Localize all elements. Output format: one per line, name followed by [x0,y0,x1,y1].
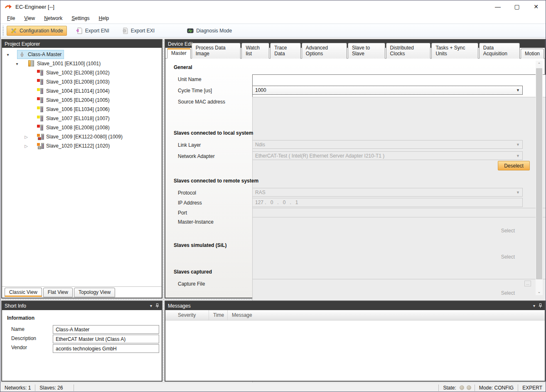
tree-row-slave-1007[interactable]: Slave_1007 [EL1018] (1007) [2,114,162,123]
tree-node-slave-1006[interactable]: Slave_1006 [EL1034] (1006) [35,105,112,114]
protocol-combobox: RAS▼ [252,188,523,197]
tree-label: Slave_1004 [EL1014] (1004) [46,88,110,94]
tree-row-slave-1004[interactable]: Slave_1004 [EL1014] (1004) [2,86,162,96]
scrollbar-thumb[interactable] [536,68,542,279]
messages-header: Messages ▾ [165,301,545,310]
tree-row-slave-1002[interactable]: Slave_1002 [EL2008] (1002) [2,68,162,77]
menu-help[interactable]: Help [95,14,113,23]
protocol-label: Protocol [178,190,196,196]
device-editor-scrollbar[interactable]: ⌃ ⌄ [536,61,543,295]
tree-row-master[interactable]: ▾ Class-A Master [2,50,162,59]
description-field[interactable] [53,335,159,343]
tab-master[interactable]: Master [167,48,191,59]
deselect-button[interactable]: Deselect [498,161,530,170]
pin-icon[interactable] [155,303,159,308]
tree-node-slave-1002[interactable]: Slave_1002 [EL2008] (1002) [35,68,112,77]
tree-row-slave-1020[interactable]: ▷ Slave_1020 [EK1122] (1020) [2,141,162,150]
maximize-button[interactable]: ▢ [507,0,526,13]
remote-select-link[interactable]: Select [501,228,515,234]
tree-node-slave-1007[interactable]: Slave_1007 [EL1018] (1007) [35,114,112,123]
network-adapter-label: Network Adapter [178,153,215,159]
remote-system-heading: Slaves connected to remote system [174,178,258,184]
tree-row-slave-1001[interactable]: ▾ Slave_1001 [EK1100] (1001) [2,59,162,68]
collapse-chevron-icon[interactable]: ▾ [533,303,535,308]
configuration-tools-icon [10,27,17,34]
column-severity[interactable]: Severity [165,310,209,320]
tree-label: Slave_1005 [EL2004] (1005) [46,97,110,103]
information-heading: Information [7,315,34,321]
captured-select-link[interactable]: Select [501,290,515,296]
tab-watch-list[interactable]: Watch list [241,43,269,59]
tree-row-slave-1005[interactable]: Slave_1005 [EL2004] (1005) [2,96,162,105]
chevron-down-icon: ▼ [516,88,520,92]
cycle-time-combobox[interactable]: 1000▼ [252,86,523,95]
tree-label: Slave_1008 [EL2008] (1008) [46,125,110,131]
expander-collapsed-icon[interactable]: ▷ [23,144,30,148]
tree-node-slave-1005[interactable]: Slave_1005 [EL2004] (1005) [35,96,112,105]
ip-address-input: 127 . 0 . 0 . 1 [252,198,523,207]
export-exi-button[interactable]: Export EXI [118,26,158,36]
expander-collapsed-icon[interactable]: ▷ [23,135,30,139]
minimize-button[interactable]: — [488,0,507,13]
networks-count: Networks: 1 [4,385,32,391]
tab-slave-to-slave[interactable]: Slave to Slave [348,43,385,59]
sil-select-link[interactable]: Select [501,254,515,260]
tab-topology-view[interactable]: Topology View [74,288,115,297]
tree-row-slave-1006[interactable]: Slave_1006 [EL1034] (1006) [2,105,162,114]
collapse-chevron-icon[interactable]: ▾ [150,303,152,308]
configuration-mode-button[interactable]: Configuration Mode [7,26,67,36]
tree-node-master[interactable]: Class-A Master [17,50,64,59]
slaves-count: Slaves: 26 [39,385,64,391]
export-exi-icon [122,27,128,34]
tree-node-slave-1009[interactable]: Slave_1009 [EK1122-0080] (1009) [35,132,125,141]
output-terminal-icon [37,79,44,85]
expander-expanded-icon[interactable]: ▾ [14,62,20,66]
tree-label: Slave_1006 [EL1034] (1006) [46,106,110,112]
tree-row-slave-1009[interactable]: ▷ Slave_1009 [EK1122-0080] (1009) [2,132,162,141]
tree-row-slave-1003[interactable]: Slave_1003 [EL2008] (1003) [2,77,162,86]
tree-node-slave-1003[interactable]: Slave_1003 [EL2008] (1003) [35,77,112,86]
tab-motion[interactable]: Motion [521,49,544,59]
export-eni-button[interactable]: Export ENI [73,26,113,36]
port-label: Port [178,210,187,216]
tab-advanced-options[interactable]: Advanced Options [302,43,347,59]
tree-node-slave-1004[interactable]: Slave_1004 [EL1014] (1004) [35,86,112,96]
project-explorer-panel: Project Explorer ▾ Class-A Master ▾ [1,39,162,298]
column-message[interactable]: Message [228,310,256,320]
pin-icon[interactable] [539,303,542,308]
tree-node-slave-1008[interactable]: Slave_1008 [EL2008] (1008) [35,123,112,132]
tab-tasks-sync-units[interactable]: Tasks + Sync Units [431,43,478,59]
tab-flat-view[interactable]: Flat View [43,288,73,297]
menu-view[interactable]: View [20,14,39,23]
tab-process-data-image[interactable]: Process Data Image [192,43,241,59]
tree-label: Slave_1020 [EK1122] (1020) [46,143,110,149]
link-layer-label: Link Layer [178,142,201,148]
toolbar-grip[interactable] [2,26,4,36]
name-field[interactable] [53,325,159,334]
scroll-down-icon[interactable]: ⌄ [536,288,543,295]
browse-button[interactable]: ... [524,281,531,286]
tree-node-slave-1020[interactable]: Slave_1020 [EK1122] (1020) [35,141,112,150]
scroll-up-icon[interactable]: ⌃ [536,61,543,68]
close-button[interactable]: ✕ [526,0,546,13]
expert-indicator: EXPERT [521,385,543,391]
menu-file[interactable]: File [3,14,19,23]
sil-heading: Slaves simulated (SiL) [174,242,226,248]
column-time[interactable]: Time [209,310,228,320]
input-terminal-icon [37,88,44,94]
tree-row-slave-1008[interactable]: Slave_1008 [EL2008] (1008) [2,123,162,132]
tree-node-slave-1001[interactable]: Slave_1001 [EK1100] (1001) [26,59,103,68]
view-tab-strip: Classic View Flat View Topology View [2,286,162,298]
tab-data-acquisition[interactable]: Data Acquisition [479,43,520,59]
menu-network[interactable]: Network [40,14,66,23]
vendor-field[interactable] [53,344,159,353]
expander-expanded-icon[interactable]: ▾ [5,52,11,57]
project-tree: ▾ Class-A Master ▾ Slave_1001 [EK1100] ( [2,48,162,286]
tree-label: Class-A Master [28,52,61,57]
diagnosis-mode-button[interactable]: Diagnosis Mode [184,26,235,36]
tab-trace-data[interactable]: Trace Data [270,43,301,59]
tab-distributed-clocks[interactable]: Distributed Clocks [386,43,431,59]
vertical-splitter[interactable] [163,40,164,381]
menu-settings[interactable]: Settings [67,14,93,23]
tab-classic-view[interactable]: Classic View [5,288,42,297]
